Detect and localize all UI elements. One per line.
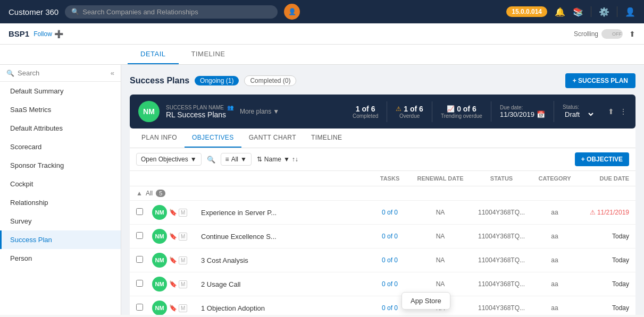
app-title: Customer 360 — [9, 7, 58, 16]
objectives-toolbar: Open Objectives ▼ 🔍 ≡ All ▼ ⇅ Name ▼ ↑↓ … — [130, 148, 635, 171]
sidebar-search-input[interactable] — [18, 69, 107, 77]
tab-plan-info[interactable]: PLAN INFO — [134, 128, 185, 148]
row-name-1[interactable]: Experience in Server P... — [201, 209, 369, 217]
top-nav: Customer 360 🔍 👤 15.0.0.014 🔔 📚 ⚙️ 👤 — [0, 0, 644, 23]
more-options-icon[interactable]: ⋮ — [620, 107, 627, 116]
settings-icon[interactable]: ⚙️ — [599, 7, 609, 17]
m-icon-3[interactable]: M — [179, 256, 187, 264]
scrolling-toggle: Scrolling OFF — [574, 29, 623, 39]
bookmark-icon-4[interactable]: 🔖 — [169, 280, 177, 288]
sidebar-search-bar[interactable]: 🔍 « — [0, 65, 121, 82]
all-filter[interactable]: ≡ All ▼ — [221, 153, 252, 166]
objectives-filter[interactable]: Open Objectives ▼ — [136, 153, 202, 166]
bookmark-icon-1[interactable]: 🔖 — [169, 209, 177, 216]
add-success-plan-button[interactable]: + SUCCESS PLAN — [565, 73, 635, 88]
collapse-icon[interactable]: « — [111, 69, 114, 77]
row-tasks-4[interactable]: 0 of 0 — [369, 280, 411, 288]
row-due-2: Today — [576, 233, 629, 240]
plan-actions: ⬆ ⋮ — [608, 107, 627, 116]
bookmark-icon-3[interactable]: 🔖 — [169, 256, 177, 264]
sidebar-item-success-plan[interactable]: Success Plan — [0, 230, 121, 249]
tab-timeline[interactable]: TIMELINE — [179, 45, 238, 64]
all-label: All — [146, 190, 153, 197]
all-filter-chevron-icon: ▼ — [240, 156, 247, 163]
bookmark-icon-2[interactable]: 🔖 — [169, 233, 177, 240]
row-cat-2: aa — [533, 233, 576, 240]
plan-dropdown[interactable]: More plans ▼ — [240, 108, 279, 115]
expand-icon[interactable]: ▲ — [136, 190, 143, 197]
m-icon-4[interactable]: M — [179, 280, 187, 288]
table-row: NM 🔖 M Experience in Server P... 0 of 0 … — [130, 201, 635, 225]
status-select[interactable]: Draft Active Closed — [563, 110, 595, 119]
plan-tabs: PLAN INFO OBJECTIVES GANTT CHART TIMELIN… — [130, 128, 635, 148]
completed-badge[interactable]: Completed (0) — [244, 75, 296, 86]
sidebar-item-saas-metrics[interactable]: SaaS Metrics — [0, 100, 121, 119]
bell-icon[interactable]: 🔔 — [555, 7, 565, 17]
m-icon-5[interactable]: M — [179, 304, 187, 312]
sidebar-item-sponsor-tracking[interactable]: Sponsor Tracking — [0, 156, 121, 175]
row-tasks-1[interactable]: 0 of 0 — [369, 209, 411, 216]
search-input[interactable] — [82, 8, 271, 16]
sidebar-item-person[interactable]: Person — [0, 249, 121, 268]
row-name-2[interactable]: Continue Excellence S... — [201, 233, 369, 241]
tab-detail[interactable]: DETAIL — [128, 45, 179, 64]
version-badge: 15.0.0.014 — [506, 6, 547, 17]
sidebar: 🔍 « Default Summary SaaS Metrics Default… — [0, 65, 121, 315]
tab-plan-timeline[interactable]: TIMELINE — [304, 128, 350, 148]
table-header: Tasks Renewal Date Status Category Due D… — [130, 171, 635, 186]
sidebar-item-survey[interactable]: Survey — [0, 212, 121, 230]
row-checkbox-3[interactable] — [136, 256, 152, 264]
row-tasks-2[interactable]: 0 of 0 — [369, 233, 411, 240]
user-avatar[interactable]: 👤 — [284, 4, 300, 20]
row-due-5: Today — [576, 304, 629, 312]
row-checkbox-1[interactable] — [136, 208, 152, 217]
row-checkbox-4[interactable] — [136, 280, 152, 288]
th-category: Category — [533, 175, 576, 182]
book-icon[interactable]: 📚 — [573, 7, 583, 17]
row-checkbox-5[interactable] — [136, 304, 152, 312]
stat-overdue: ⚠ 1 of 6 Overdue — [387, 101, 432, 122]
add-objective-button[interactable]: + OBJECTIVE — [575, 152, 629, 166]
m-icon-2[interactable]: M — [179, 233, 187, 241]
sidebar-search-icon: 🔍 — [6, 70, 14, 77]
tab-gantt-chart[interactable]: GANTT CHART — [241, 128, 304, 148]
follow-button[interactable]: Follow ➕ — [34, 30, 63, 38]
row-name-4[interactable]: 2 Usage Call — [201, 280, 369, 288]
row-tasks-5[interactable]: 0 of 0 — [369, 304, 411, 312]
row-renewal-2: NA — [411, 233, 470, 240]
share-icon[interactable]: ⬆ — [629, 30, 635, 38]
ongoing-badge[interactable]: Ongoing (1) — [195, 76, 239, 85]
stat-completed-label: Completed — [353, 113, 378, 119]
row-checkbox-2[interactable] — [136, 232, 152, 241]
global-search[interactable]: 🔍 — [65, 5, 278, 19]
sort-control[interactable]: ⇅ Name ▼ ↑↓ — [257, 156, 298, 163]
row-name-5[interactable]: 1 Objection Adoption — [201, 304, 369, 312]
objectives-search-icon[interactable]: 🔍 — [207, 156, 215, 164]
plan-avatar: NM — [138, 101, 160, 122]
sidebar-item-cockpit[interactable]: Cockpit — [0, 175, 121, 193]
row-due-1: ⚠11/21/2019 — [576, 209, 629, 216]
plan-card-top: NM SUCCESS PLAN NAME 👥 RL Success Plans … — [138, 101, 627, 122]
add-icon: ➕ — [54, 30, 63, 38]
row-status-5: 11004Y368TQ... — [470, 304, 533, 312]
row-tasks-3[interactable]: 0 of 0 — [369, 256, 411, 264]
scrolling-switch[interactable]: OFF — [601, 29, 623, 39]
profile-icon[interactable]: 👤 — [625, 7, 635, 17]
calendar-icon[interactable]: 📅 — [537, 110, 545, 118]
m-icon-1[interactable]: M — [179, 209, 187, 217]
sidebar-item-default-attributes[interactable]: Default Attributes — [0, 119, 121, 138]
due-date-value: 11/30/2019 📅 — [500, 110, 545, 118]
tab-objectives[interactable]: OBJECTIVES — [185, 128, 241, 148]
sidebar-item-relationship[interactable]: Relationship — [0, 193, 121, 212]
follow-label: Follow — [34, 30, 52, 38]
row-name-3[interactable]: 3 Cost Analysis — [201, 256, 369, 264]
share-plan-icon[interactable]: ⬆ — [608, 107, 614, 116]
sidebar-item-default-summary[interactable]: Default Summary — [0, 82, 121, 100]
success-plans-title: Success Plans — [130, 76, 189, 85]
more-plans-button[interactable]: More plans ▼ — [240, 108, 279, 115]
all-count-badge: 5 — [156, 190, 165, 197]
nav-divider-2 — [617, 6, 617, 17]
bookmark-icon-5[interactable]: 🔖 — [169, 304, 177, 312]
sidebar-item-scorecard[interactable]: Scorecard — [0, 138, 121, 156]
row-cat-3: aa — [533, 256, 576, 264]
